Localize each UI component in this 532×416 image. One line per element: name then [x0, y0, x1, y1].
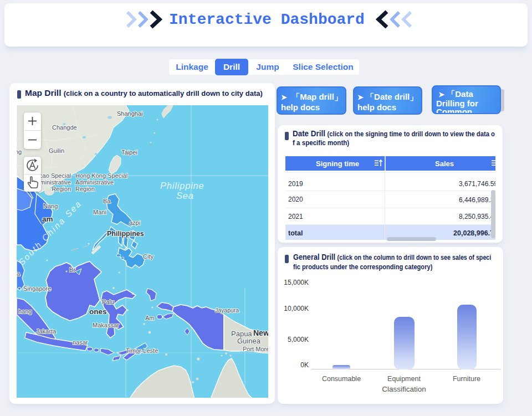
- svg-text:ng: ng: [17, 148, 22, 155]
- svg-text:nasar: nasar: [73, 339, 88, 346]
- svg-text:Sea: Sea: [176, 191, 194, 201]
- svg-text:sia: sia: [17, 270, 21, 277]
- svg-text:Singapore: Singapore: [23, 285, 51, 292]
- svg-text:Taipei: Taipei: [121, 149, 137, 156]
- svg-text:Changde: Changde: [52, 124, 77, 131]
- svg-text:Br: Br: [69, 266, 75, 273]
- svg-text:hang: hang: [18, 308, 32, 315]
- svg-text:azpi: azpi: [129, 219, 140, 226]
- svg-text:ones: ones: [89, 307, 107, 316]
- svg-text:Hong Kong Special: Hong Kong Special: [75, 172, 127, 179]
- svg-text:Guinea: Guinea: [237, 337, 261, 345]
- svg-text:City: City: [143, 253, 154, 260]
- svg-text:Timor-Leste: Timor-Leste: [126, 347, 158, 354]
- svg-text:Shanghai: Shanghai: [117, 110, 143, 117]
- svg-text:Nang: Nang: [43, 203, 58, 209]
- svg-text:Makassar: Makassar: [93, 322, 119, 328]
- svg-text:New: New: [253, 328, 268, 337]
- svg-text:Philippines: Philippines: [107, 230, 144, 238]
- svg-text:Mani: Mani: [93, 209, 106, 215]
- svg-text:Am: Am: [145, 315, 155, 321]
- svg-text:Palu: Palu: [102, 299, 114, 305]
- svg-text:Jakarta: Jakarta: [36, 328, 57, 335]
- svg-text:Port Mores: Port Mores: [243, 346, 268, 352]
- svg-text:Philippine: Philippine: [160, 181, 204, 191]
- svg-text:Region: Region: [75, 186, 95, 192]
- svg-text:dministrative: dministrative: [37, 179, 71, 186]
- svg-text:Guilin: Guilin: [49, 147, 64, 154]
- svg-text:am: am: [42, 215, 53, 223]
- svg-text:Administrative: Administrative: [75, 179, 114, 186]
- svg-text:Ba: Ba: [103, 198, 111, 204]
- svg-text:Jayapura: Jayapura: [215, 307, 239, 314]
- svg-text:acao Special: acao Special: [36, 172, 71, 179]
- svg-text:Region: Region: [52, 186, 71, 192]
